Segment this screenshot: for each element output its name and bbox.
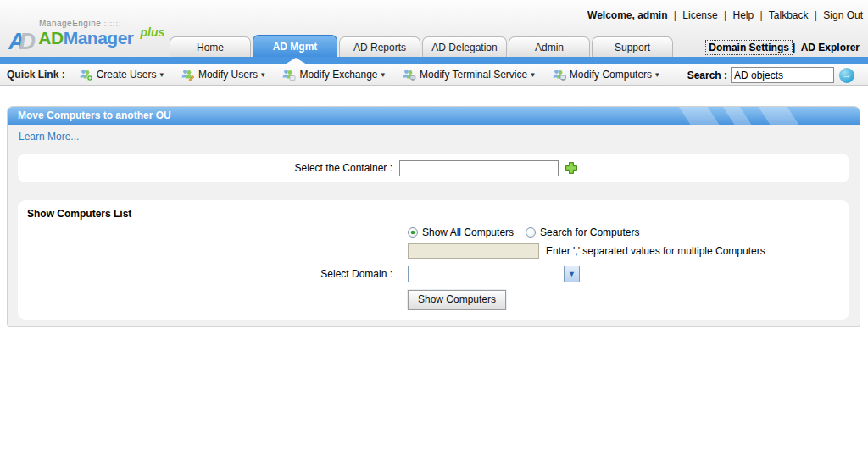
app-header: Welcome, admin | License | Help | Talkba… — [0, 0, 868, 57]
show-computers-button[interactable]: Show Computers — [408, 290, 506, 310]
active-tab-strip — [0, 57, 868, 64]
quicklink-label: Modify Users — [198, 69, 258, 81]
select-container-label: Select the Container : — [18, 162, 399, 174]
modify-exchange-icon — [281, 68, 296, 81]
move-computers-panel: Move Computers to another OU Learn More.… — [7, 106, 860, 327]
main-nav-tabs: Home AD Mgmt AD Reports AD Delegation Ad… — [170, 35, 675, 58]
search-label: Search : — [687, 70, 727, 81]
tab-support[interactable]: Support — [592, 36, 673, 58]
domain-select[interactable]: ▼ — [408, 266, 580, 282]
modify-users-icon — [181, 68, 195, 81]
decorative-stripes — [676, 107, 837, 125]
section-title: Show Computers List — [27, 208, 849, 220]
quicklink-label: Modify Exchange — [299, 69, 377, 81]
domain-settings-button[interactable]: Domain Settings — [705, 40, 793, 55]
tab-admin[interactable]: Admin — [509, 36, 590, 58]
separator: | — [674, 9, 676, 21]
brand-dots: :::::: — [104, 20, 122, 28]
logo-plus: plus — [141, 25, 165, 39]
header-right-links: Domain Settings| AD Explorer — [705, 42, 860, 53]
search-for-computers-label: Search for Computers — [540, 226, 639, 238]
search-for-computers-radio[interactable] — [526, 227, 536, 238]
select-domain-row: Select Domain : ▼ — [18, 266, 849, 282]
tab-ad-mgmt[interactable]: AD Mgmt — [253, 35, 337, 58]
quicklink-label: Create Users — [97, 69, 157, 81]
quicklink-modify-exchange[interactable]: Modify Exchange ▾ — [281, 68, 385, 81]
quick-link-bar: Quick Link : Create Users ▾ Modify Users… — [0, 64, 868, 86]
separator: | — [815, 9, 817, 21]
license-link[interactable]: License — [682, 9, 717, 21]
separator: | — [724, 9, 726, 21]
computers-input-row: Enter ',' separated values for multiple … — [18, 243, 849, 259]
dropdown-arrow-icon[interactable]: ▼ — [564, 266, 579, 282]
chevron-down-icon: ▾ — [159, 70, 164, 79]
add-plus-icon[interactable] — [565, 161, 578, 175]
admanager-logo: ManageEngine :::::: AD ADManagerplus — [8, 19, 164, 55]
brand-text: ManageEngine — [39, 19, 101, 28]
chevron-down-icon: ▾ — [655, 70, 659, 79]
create-users-icon — [79, 68, 93, 81]
chevron-down-icon: ▾ — [261, 70, 265, 79]
computers-filter-row: Show All Computers Search for Computers — [18, 226, 849, 238]
help-link[interactable]: Help — [733, 9, 754, 21]
separator: | — [793, 42, 795, 53]
tab-ad-reports[interactable]: AD Reports — [339, 36, 420, 58]
select-container-section: Select the Container : — [18, 154, 849, 182]
chevron-down-icon: ▾ — [381, 70, 386, 79]
tab-home[interactable]: Home — [170, 36, 251, 58]
quicklink-label: Modify Computers — [570, 69, 652, 81]
quick-search: Search : → — [687, 67, 854, 83]
talkback-link[interactable]: Talkback — [769, 9, 809, 21]
learn-more-link[interactable]: Learn More... — [19, 131, 79, 143]
chevron-down-icon: ▾ — [531, 70, 535, 79]
sign-out-link[interactable]: Sign Out — [823, 9, 863, 21]
show-all-computers-radio[interactable] — [408, 227, 418, 238]
ad-logo-icon: AD — [8, 29, 36, 55]
tab-ad-delegation[interactable]: AD Delegation — [422, 36, 507, 58]
separator: | — [760, 9, 763, 21]
quicklink-modify-computers[interactable]: Modify Computers ▾ — [552, 68, 659, 81]
quicklink-modify-terminal-service[interactable]: Modify Terminal Service ▾ — [402, 68, 535, 81]
quicklink-modify-users[interactable]: Modify Users ▾ — [181, 68, 265, 81]
container-input[interactable] — [399, 160, 559, 176]
go-arrow-icon[interactable]: → — [839, 68, 854, 83]
logo-wordmark: ADManager — [38, 28, 133, 48]
show-all-computers-label: Show All Computers — [422, 226, 514, 238]
search-input[interactable] — [731, 67, 834, 83]
ad-explorer-button[interactable]: AD Explorer — [801, 42, 860, 53]
welcome-user-label: Welcome, admin — [587, 9, 667, 21]
panel-title-bar: Move Computers to another OU — [8, 107, 860, 125]
page-title: Move Computers to another OU — [18, 109, 171, 121]
topbar-links: Welcome, admin | License | Help | Talkba… — [587, 9, 863, 21]
show-computers-row: Show Computers — [18, 290, 849, 310]
modify-terminal-service-icon — [402, 68, 416, 81]
computers-names-input — [408, 243, 539, 259]
modify-computers-icon — [552, 68, 566, 81]
admanager-plus-page: Welcome, admin | License | Help | Talkba… — [0, 0, 868, 464]
active-tab-notch — [285, 58, 307, 64]
select-domain-label: Select Domain : — [18, 268, 399, 280]
quicklink-create-users[interactable]: Create Users ▾ — [79, 68, 164, 81]
quicklink-label: Modify Terminal Service — [420, 69, 527, 81]
multiple-computers-hint: Enter ',' separated values for multiple … — [546, 245, 765, 257]
quick-link-label: Quick Link : — [7, 69, 65, 81]
show-computers-list-section: Show Computers List Show All Computers S… — [18, 200, 849, 320]
